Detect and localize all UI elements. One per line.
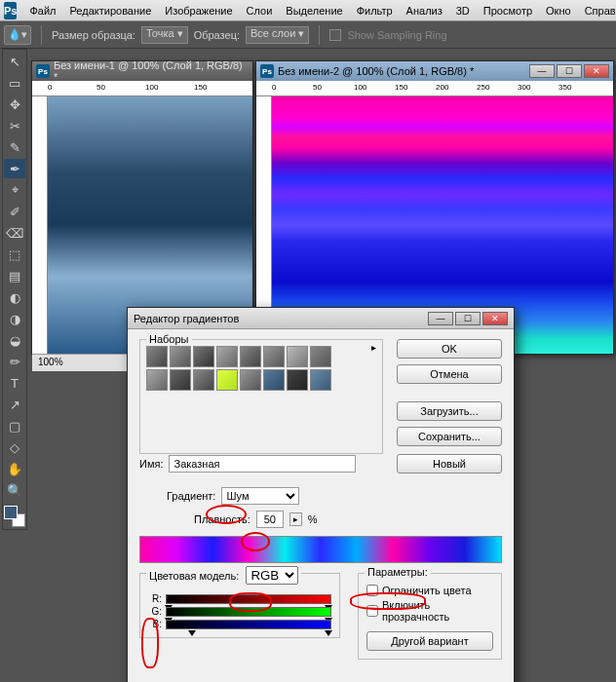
doc1-titlebar[interactable]: Ps Без имени-1 @ 100% (Слой 1, RGB/8) * — [32, 61, 252, 81]
workspace: ↖ ▭ ✥ ✂ ✎ ✒ ⌖ ✐ ⌫ ⬚ ▤ ◐ ◑ ◒ ✏ T ↗ ▢ ◇ ✋ … — [0, 49, 616, 682]
stamp-tool[interactable]: ⌫ — [4, 223, 25, 243]
wand-tool[interactable]: ✎ — [4, 137, 25, 157]
save-button[interactable]: Сохранить... — [397, 427, 502, 446]
g-slider[interactable]: G: — [148, 606, 331, 617]
preset-swatch[interactable] — [170, 346, 191, 367]
roughness-unit: % — [308, 513, 318, 525]
color-swatches[interactable] — [4, 506, 25, 527]
gradient-type-select[interactable]: Шум — [221, 487, 299, 505]
preset-swatch[interactable] — [263, 346, 285, 367]
dodge-tool[interactable]: ◒ — [4, 330, 25, 350]
eraser-tool[interactable]: ▤ — [4, 266, 25, 285]
zoom-tool[interactable]: 🔍 — [4, 480, 25, 500]
load-button[interactable]: Загрузить... — [397, 401, 502, 421]
menu-3d[interactable]: 3D — [449, 2, 477, 19]
type-tool[interactable]: T — [4, 373, 25, 393]
preset-swatch[interactable] — [216, 369, 238, 391]
doc2-title: Без имени-2 @ 100% (Слой 1, RGB/8) * — [278, 65, 474, 77]
preset-swatch[interactable] — [146, 346, 168, 367]
ge-minimize-button[interactable]: — — [428, 312, 453, 325]
shape-tool[interactable]: ▢ — [4, 416, 25, 436]
sample-select[interactable]: Все слои ▾ — [246, 26, 309, 44]
presets-menu-icon[interactable]: ▸ — [371, 342, 376, 353]
preset-swatch[interactable] — [193, 369, 214, 391]
sample-size-select[interactable]: Точка ▾ — [141, 26, 188, 44]
colormodel-select[interactable]: RGB — [246, 566, 298, 585]
toolbox: ↖ ▭ ✥ ✂ ✎ ✒ ⌖ ✐ ⌫ ⬚ ▤ ◐ ◑ ◒ ✏ T ↗ ▢ ◇ ✋ … — [2, 49, 27, 530]
show-ring-checkbox[interactable] — [329, 29, 341, 41]
transparency-checkbox[interactable] — [366, 605, 378, 617]
b-slider[interactable]: B: — [148, 619, 331, 629]
menu-view[interactable]: Просмотр — [477, 2, 539, 19]
menu-analysis[interactable]: Анализ — [400, 2, 449, 19]
doc1-ruler-v[interactable] — [32, 96, 48, 354]
crop-tool[interactable]: ✂ — [4, 116, 25, 135]
preset-swatch[interactable] — [240, 369, 261, 391]
colormodel-label: Цветовая модель: — [149, 570, 239, 582]
randomize-button[interactable]: Другой вариант — [366, 631, 493, 651]
history-tool[interactable]: ⬚ — [4, 245, 25, 264]
preset-swatch[interactable] — [287, 369, 308, 391]
divider — [41, 25, 42, 45]
lasso-tool[interactable]: ✥ — [4, 95, 25, 114]
doc2-ruler-h[interactable]: 0 50 100 150 200 250 300 350 — [256, 81, 613, 96]
show-ring-label: Show Sampling Ring — [347, 29, 446, 41]
options-bar: 💧▾ Размер образца: Точка ▾ Образец: Все … — [0, 21, 616, 49]
preset-swatch[interactable] — [287, 346, 308, 367]
gradient-editor-dialog: Редактор градиентов — ☐ ✕ Наборы ▸ OK От… — [127, 307, 515, 682]
ok-button[interactable]: OK — [397, 339, 502, 359]
menu-edit[interactable]: Редактирование — [63, 2, 159, 19]
preset-swatch[interactable] — [216, 346, 238, 367]
roughness-input[interactable] — [256, 511, 284, 528]
heal-tool[interactable]: ⌖ — [4, 180, 25, 200]
menu-image[interactable]: Изображение — [158, 2, 239, 19]
hand-tool[interactable]: ✋ — [4, 459, 25, 478]
ge-maximize-button[interactable]: ☐ — [455, 312, 481, 325]
gradient-preview[interactable] — [139, 536, 502, 563]
ge-close-button[interactable]: ✕ — [482, 312, 508, 325]
move-tool[interactable]: ↖ — [4, 52, 25, 71]
eyedropper-tool[interactable]: ✒ — [4, 159, 25, 178]
blur-tool[interactable]: ◑ — [4, 309, 25, 328]
preset-swatch[interactable] — [240, 346, 261, 367]
brush-tool[interactable]: ✐ — [4, 202, 25, 221]
menu-file[interactable]: Файл — [22, 2, 62, 19]
params-label: Параметры: — [365, 566, 431, 578]
new-button[interactable]: Новый — [397, 454, 502, 474]
marquee-tool[interactable]: ▭ — [4, 73, 25, 93]
3d-tool[interactable]: ◇ — [4, 437, 25, 457]
maximize-button[interactable]: ☐ — [557, 64, 582, 78]
menu-filter[interactable]: Фильтр — [350, 2, 400, 19]
transparency-label: Включить прозрачность — [382, 599, 493, 623]
eyedropper-icon[interactable]: 💧▾ — [4, 25, 31, 45]
ge-titlebar[interactable]: Редактор градиентов — ☐ ✕ — [128, 308, 514, 329]
doc1-zoom[interactable]: 100% — [38, 357, 63, 367]
doc1-ruler-h[interactable]: 0 50 100 150 — [32, 81, 252, 96]
menu-layer[interactable]: Слои — [240, 2, 280, 19]
doc1-title: Без имени-1 @ 100% (Слой 1, RGB/8) * — [54, 59, 249, 83]
path-tool[interactable]: ↗ — [4, 395, 25, 414]
preset-swatch[interactable] — [193, 346, 214, 367]
roughness-arrow-icon[interactable]: ▸ — [289, 512, 302, 526]
preset-swatch[interactable] — [170, 369, 191, 391]
fg-color[interactable] — [4, 506, 18, 519]
preset-swatch[interactable] — [310, 346, 331, 367]
pen-tool[interactable]: ✏ — [4, 352, 25, 371]
preset-swatch[interactable] — [310, 369, 331, 391]
minimize-button[interactable]: — — [529, 64, 555, 78]
r-slider[interactable]: R: — [148, 593, 331, 604]
ps-icon: Ps — [260, 64, 274, 78]
preset-swatch[interactable] — [263, 369, 285, 391]
menu-select[interactable]: Выделение — [279, 2, 349, 19]
doc2-titlebar[interactable]: Ps Без имени-2 @ 100% (Слой 1, RGB/8) * … — [256, 61, 613, 81]
preset-swatch[interactable] — [146, 369, 168, 391]
gradient-type-label: Градиент: — [167, 490, 215, 502]
restrict-colors-checkbox[interactable] — [366, 585, 378, 596]
b-label: B: — [148, 619, 162, 629]
gradient-tool[interactable]: ◐ — [4, 287, 25, 307]
cancel-button[interactable]: Отмена — [397, 364, 502, 384]
name-input[interactable] — [169, 455, 356, 473]
close-button[interactable]: ✕ — [584, 64, 609, 78]
menu-help[interactable]: Справка — [578, 2, 616, 19]
menu-window[interactable]: Окно — [539, 2, 578, 19]
